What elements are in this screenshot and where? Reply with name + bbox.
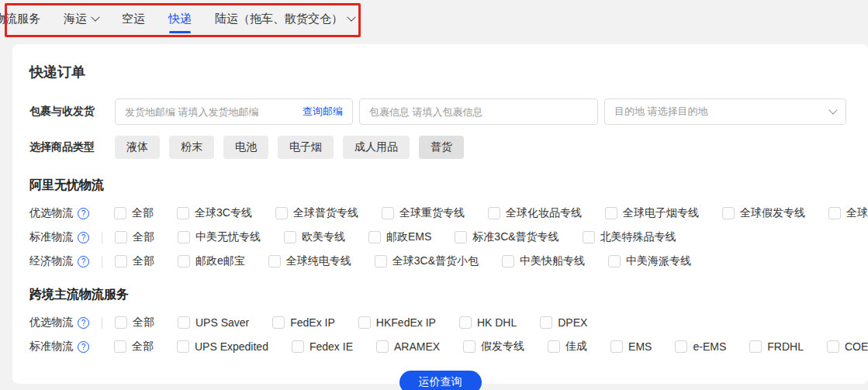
checkbox-item[interactable]: 邮政EMS <box>368 230 431 244</box>
checkbox[interactable] <box>540 316 552 329</box>
rate-query-button[interactable]: 运价查询 <box>399 371 482 390</box>
checkbox-item[interactable]: UPS Expedited <box>177 340 268 353</box>
checkbox-item[interactable]: 全球重货专线 <box>382 206 465 220</box>
checkbox-item[interactable]: 全球假发专线 <box>722 206 805 220</box>
checkbox[interactable] <box>488 207 500 219</box>
checkbox[interactable] <box>605 207 617 219</box>
checkbox[interactable] <box>463 340 475 353</box>
tab-land-freight[interactable]: 陆运（拖车、散货交仓） <box>215 12 354 33</box>
checkbox-item[interactable]: 全部 <box>115 254 154 268</box>
checkbox[interactable] <box>722 207 735 219</box>
checkbox[interactable] <box>827 340 839 353</box>
origin-zip-field[interactable]: 查询邮编 <box>115 98 353 125</box>
checkbox-item[interactable]: 全部 <box>114 206 154 220</box>
checkbox-label: EMS <box>628 340 652 353</box>
checkbox[interactable] <box>583 231 595 243</box>
product-type-battery[interactable]: 电池 <box>223 136 268 159</box>
checkbox-item[interactable]: 标准3C&普货专线 <box>455 230 558 244</box>
checkbox-item[interactable]: 邮政e邮宝 <box>178 254 245 268</box>
checkbox[interactable] <box>749 340 762 353</box>
product-type-e-cigarette[interactable]: 电子烟 <box>278 136 334 159</box>
package-info-input[interactable] <box>360 99 597 124</box>
checkbox-item[interactable]: HK DHL <box>459 316 517 329</box>
chevron-down-icon <box>91 12 99 21</box>
checkbox-item[interactable]: 假发专线 <box>463 340 524 354</box>
checkbox-item[interactable]: 全球3C专线 <box>177 206 252 220</box>
checkbox[interactable] <box>608 255 621 267</box>
product-type-liquid[interactable]: 液体 <box>115 136 160 159</box>
checkbox-item[interactable]: 全球电子烟专线 <box>605 206 699 220</box>
checkbox-item[interactable]: Fedex IE <box>292 340 353 353</box>
checkbox[interactable] <box>178 231 190 243</box>
checkbox-item[interactable]: 中美海派专线 <box>608 254 691 268</box>
checkbox-item[interactable]: 全球优先专线 <box>828 206 868 220</box>
checkbox[interactable] <box>358 316 371 329</box>
checkbox[interactable] <box>178 255 190 267</box>
checkbox[interactable] <box>275 207 288 219</box>
checkbox-item[interactable]: e-EMS <box>675 340 726 353</box>
checkbox-item[interactable]: ARAMEX <box>376 340 440 353</box>
help-icon[interactable]: ? <box>78 256 89 267</box>
checkbox[interactable] <box>114 340 126 353</box>
checkbox[interactable] <box>368 231 381 243</box>
checkbox[interactable] <box>455 231 467 243</box>
destination-select[interactable]: 目的地 请选择目的地 <box>604 98 846 125</box>
checkbox[interactable] <box>177 207 189 219</box>
product-type-adult-products[interactable]: 成人用品 <box>343 136 410 159</box>
checkbox[interactable] <box>115 316 127 329</box>
checkbox-item[interactable]: 中美无忧专线 <box>178 230 261 244</box>
checkbox-item[interactable]: 全球普货专线 <box>275 206 358 220</box>
tab-sea-freight[interactable]: 海运 <box>64 12 99 33</box>
checkbox-item[interactable]: DPEX <box>540 316 587 329</box>
checkbox-item[interactable]: FedEx IP <box>272 316 335 329</box>
help-icon[interactable]: ? <box>78 341 89 353</box>
checkbox-item[interactable]: 佳成 <box>548 340 587 354</box>
product-type-powder[interactable]: 粉末 <box>169 136 214 159</box>
checkbox[interactable] <box>114 207 126 219</box>
checkbox-item[interactable]: 全球3C&普货小包 <box>375 254 479 268</box>
help-icon[interactable]: ? <box>78 232 89 243</box>
checkbox[interactable] <box>268 255 281 267</box>
checkbox[interactable] <box>115 231 127 243</box>
checkbox-item[interactable]: 全部 <box>115 316 154 330</box>
checkbox-group: 全部UPS ExpeditedFedex IEARAMEX假发专线佳成EMSe-… <box>114 340 868 354</box>
checkbox[interactable] <box>177 340 189 353</box>
help-icon[interactable]: ? <box>78 317 89 329</box>
checkbox-item[interactable]: UPS Saver <box>178 316 249 329</box>
checkbox-item[interactable]: FRDHL <box>749 340 804 353</box>
checkbox[interactable] <box>610 340 623 353</box>
checkbox-item[interactable]: HKFedEx IP <box>358 316 436 329</box>
checkbox[interactable] <box>502 255 514 267</box>
submit-row: 运价查询 <box>29 371 851 390</box>
tab-logistics-services[interactable]: 物流服务 <box>0 12 40 33</box>
checkbox[interactable] <box>115 255 127 267</box>
checkbox-item[interactable]: COE-HKDHL <box>827 340 868 353</box>
checkbox-label: 全部 <box>132 206 154 220</box>
checkbox-item[interactable]: EMS <box>610 340 652 353</box>
checkbox[interactable] <box>675 340 687 353</box>
checkbox[interactable] <box>459 316 472 329</box>
checkbox[interactable] <box>178 316 190 329</box>
checkbox[interactable] <box>382 207 394 219</box>
checkbox[interactable] <box>548 340 560 353</box>
checkbox[interactable] <box>292 340 304 353</box>
checkbox-item[interactable]: 北美特殊品专线 <box>583 230 676 244</box>
checkbox[interactable] <box>376 340 389 353</box>
package-info-field[interactable] <box>359 98 598 125</box>
checkbox[interactable] <box>828 207 841 219</box>
checkbox[interactable] <box>375 255 387 267</box>
checkbox-item[interactable]: 中美快船专线 <box>502 254 585 268</box>
help-icon[interactable]: ? <box>78 208 89 219</box>
checkbox-item[interactable]: 欧美专线 <box>284 230 345 244</box>
checkbox-item[interactable]: 全球纯电专线 <box>268 254 351 268</box>
zip-lookup-link[interactable]: 查询邮编 <box>298 105 343 119</box>
checkbox[interactable] <box>284 231 296 243</box>
checkbox[interactable] <box>272 316 285 329</box>
checkbox-item[interactable]: 全部 <box>115 230 154 244</box>
product-type-general-cargo[interactable]: 普货 <box>419 136 464 159</box>
checkbox-item[interactable]: 全球化妆品专线 <box>488 206 582 220</box>
tab-express[interactable]: 快递 <box>168 12 192 33</box>
tab-air-freight[interactable]: 空运 <box>122 12 145 33</box>
service-row-ali-worry-free-economy: 经济物流?全部邮政e邮宝全球纯电专线全球3C&普货小包中美快船专线中美海派专线 <box>29 254 851 268</box>
checkbox-item[interactable]: 全部 <box>114 340 154 354</box>
